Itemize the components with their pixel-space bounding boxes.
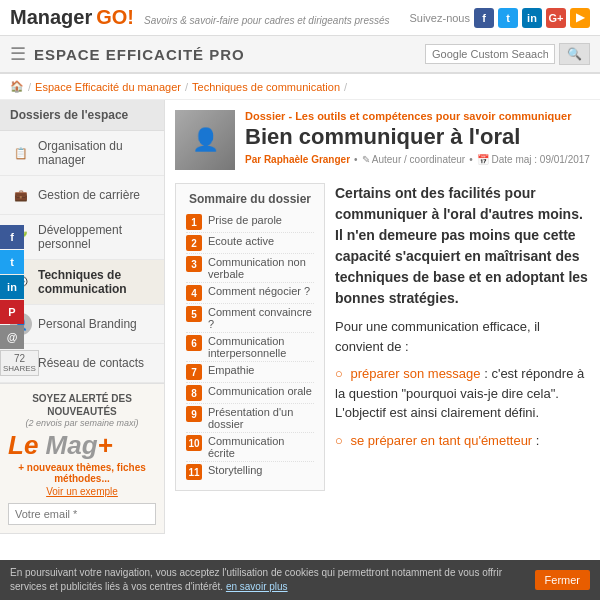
sidebar-item-carriere[interactable]: 💼 Gestion de carrière — [0, 176, 164, 215]
main-layout: Dossiers de l'espace 📋 Organisation du m… — [0, 100, 600, 534]
lemag-logo: Le Mag+ — [8, 432, 113, 458]
rss-icon[interactable]: ▶ — [570, 8, 590, 28]
sidebar-item-organisation[interactable]: 📋 Organisation du manager — [0, 131, 164, 176]
linkedin-icon[interactable]: in — [522, 8, 542, 28]
article-meta: Par Raphaèle Granger • ✎ Auteur / coordi… — [245, 154, 590, 165]
nav-search: 🔍 — [425, 43, 590, 65]
organisation-icon: 📋 — [10, 142, 32, 164]
sommaire-item-7[interactable]: 7 Empathie — [186, 362, 314, 383]
sidebar-newsletter: Soyez alerté des nouveautés (2 envois pa… — [0, 383, 164, 534]
hamburger-icon[interactable]: ☰ — [10, 43, 26, 65]
sommaire-link-11[interactable]: Storytelling — [208, 464, 262, 476]
logo-go[interactable]: GO! — [96, 6, 134, 29]
article-para2: Pour une communication efficace, il conv… — [335, 317, 590, 356]
sommaire-link-1[interactable]: Prise de parole — [208, 214, 282, 226]
meta-role: ✎ Auteur / coordinateur — [362, 154, 466, 165]
article-columns: Sommaire du dossier 1 Prise de parole 2 … — [175, 183, 590, 501]
share-email-button[interactable]: @ — [0, 325, 24, 349]
newsletter-subtitle: (2 envois par semaine maxi) — [8, 418, 156, 428]
sidebar-item-label: Techniques de communication — [38, 268, 154, 296]
shares-label: SHARES — [3, 364, 36, 373]
suivez-nous: Suivez-nous f t in G+ ▶ — [409, 8, 590, 28]
social-sidebar: f t in P @ 72 SHARES — [0, 225, 39, 376]
search-input[interactable] — [425, 44, 555, 64]
sommaire-item-2[interactable]: 2 Ecoute active — [186, 233, 314, 254]
share-linkedin-button[interactable]: in — [0, 275, 24, 299]
sommaire-link-4[interactable]: Comment négocier ? — [208, 285, 310, 297]
sommaire-link-2[interactable]: Ecoute active — [208, 235, 274, 247]
home-icon[interactable]: 🏠 — [10, 80, 24, 93]
sommaire-item-1[interactable]: 1 Prise de parole — [186, 212, 314, 233]
bullet2-label: se préparer en tant qu'émetteur — [350, 433, 532, 448]
article-bullet2: ○ se préparer en tant qu'émetteur : — [335, 431, 590, 451]
dossier-label: Dossier - Les outils et compétences pour… — [245, 110, 590, 122]
search-button[interactable]: 🔍 — [559, 43, 590, 65]
sommaire-item-8[interactable]: 8 Communication orale — [186, 383, 314, 404]
breadcrumb: 🏠 / Espace Efficacité du manager / Techn… — [0, 74, 600, 100]
share-facebook-button[interactable]: f — [0, 225, 24, 249]
sidebar-item-label: Personal Branding — [38, 317, 137, 331]
share-twitter-button[interactable]: t — [0, 250, 24, 274]
logo-area: Manager GO! Savoirs & savoir-faire pour … — [10, 6, 390, 29]
shares-count: 72 — [3, 353, 36, 364]
breadcrumb-link-1[interactable]: Espace Efficacité du manager — [35, 81, 181, 93]
newsletter-title: Soyez alerté des nouveautés — [8, 392, 156, 418]
sommaire-item-3[interactable]: 3 Communication non verbale — [186, 254, 314, 283]
sommaire-link-9[interactable]: Présentation d'un dossier — [208, 406, 314, 430]
article-title: Bien communiquer à l'oral — [245, 124, 590, 150]
sidebar-item-label: Réseau de contacts — [38, 356, 144, 370]
breadcrumb-link-2[interactable]: Techniques de communication — [192, 81, 340, 93]
logo-manager[interactable]: Manager — [10, 6, 92, 29]
sidebar-item-label: Développement personnel — [38, 223, 154, 251]
sidebar-item-label: Organisation du manager — [38, 139, 154, 167]
sommaire-link-6[interactable]: Communication interpersonnelle — [208, 335, 314, 359]
meta-author: Par Raphaèle Granger — [245, 154, 350, 165]
meta-separator2: • — [469, 154, 473, 165]
newsletter-voir-link[interactable]: Voir un exemple — [8, 486, 156, 497]
google-plus-icon[interactable]: G+ — [546, 8, 566, 28]
newsletter-email-input[interactable] — [8, 503, 156, 525]
carriere-icon: 💼 — [10, 184, 32, 206]
twitter-icon[interactable]: t — [498, 8, 518, 28]
sommaire-item-9[interactable]: 9 Présentation d'un dossier — [186, 404, 314, 433]
sommaire-item-4[interactable]: 4 Comment négocier ? — [186, 283, 314, 304]
bullet1-label: préparer son message — [350, 366, 480, 381]
article-intro: Certains ont des facilités pour communiq… — [335, 183, 590, 309]
article-body: Certains ont des facilités pour communiq… — [335, 183, 590, 501]
article-thumbnail: 👤 — [175, 110, 235, 170]
sommaire-item-11[interactable]: 11 Storytelling — [186, 462, 314, 482]
sommaire-link-7[interactable]: Empathie — [208, 364, 254, 376]
top-header: Manager GO! Savoirs & savoir-faire pour … — [0, 0, 600, 36]
bullet2-text: : — [536, 433, 540, 448]
nav-bar: ☰ Espace Efficacité Pro 🔍 — [0, 36, 600, 74]
sommaire-item-10[interactable]: 10 Communication écrite — [186, 433, 314, 462]
sommaire-link-5[interactable]: Comment convaincre ? — [208, 306, 314, 330]
sidebar-section-title: Dossiers de l'espace — [0, 100, 164, 131]
sommaire-link-8[interactable]: Communication orale — [208, 385, 312, 397]
article-bullet1: ○ préparer son message : c'est répondre … — [335, 364, 590, 423]
sommaire-link-10[interactable]: Communication écrite — [208, 435, 314, 459]
sommaire-link-3[interactable]: Communication non verbale — [208, 256, 314, 280]
shares-badge: 72 SHARES — [0, 350, 39, 376]
sommaire: Sommaire du dossier 1 Prise de parole 2 … — [175, 183, 325, 491]
meta-separator: • — [354, 154, 358, 165]
sommaire-item-6[interactable]: 6 Communication interpersonnelle — [186, 333, 314, 362]
content-area: 👤 Dossier - Les outils et compétences po… — [165, 100, 600, 534]
newsletter-highlight: + nouveaux thèmes, fiches méthodes... — [8, 462, 156, 484]
article-top-row: 👤 Dossier - Les outils et compétences po… — [175, 110, 590, 173]
logo-tagline: Savoirs & savoir-faire pour cadres et di… — [144, 15, 389, 26]
sommaire-item-5[interactable]: 5 Comment convaincre ? — [186, 304, 314, 333]
share-pinterest-button[interactable]: P — [0, 300, 24, 324]
facebook-icon[interactable]: f — [474, 8, 494, 28]
article-header: Dossier - Les outils et compétences pour… — [245, 110, 590, 165]
sidebar-item-label: Gestion de carrière — [38, 188, 140, 202]
sommaire-title: Sommaire du dossier — [186, 192, 314, 206]
meta-date: 📅 Date maj : 09/01/2017 — [477, 154, 590, 165]
nav-title: Espace Efficacité Pro — [34, 46, 245, 63]
